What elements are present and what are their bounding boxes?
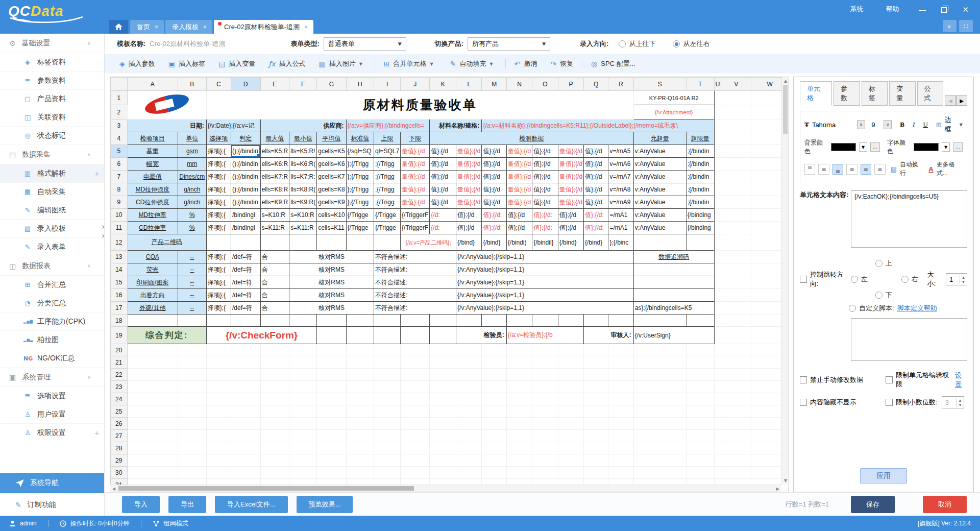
sheet-cell-N6[interactable]: 量值};{/d [506,158,532,171]
jump-direction-checkbox[interactable] [800,276,807,283]
sheet-cell-D23[interactable] [231,381,260,393]
sheet-cell-R26[interactable] [608,418,633,430]
column-header-M[interactable]: M [482,78,506,91]
chevron-up-icon[interactable]: ∧ [87,263,91,269]
sheet-cell-T23[interactable] [686,381,714,393]
sheet-cell-H30[interactable] [346,467,374,479]
column-header-O[interactable]: O [532,78,558,91]
sheet-cell-R9[interactable]: v=/mA9 [608,196,633,209]
sheet-cell-N9[interactable]: 量值};{/d [506,196,532,209]
sheet-cell-R6[interactable]: v=/mA6 [608,158,633,171]
sheet-cell-J12[interactable]: {/a:v=产品二维码}; [401,234,456,251]
decimal-stepper[interactable]: 3▲▼ [942,396,964,408]
sheet-cell-K18[interactable] [430,315,456,327]
toolbar-button-自动填充[interactable]: ✎自动填充▼ [444,54,503,74]
sheet-cell-C25[interactable] [206,405,231,418]
sheet-cell-M9[interactable]: 值};{/d [482,196,506,209]
sheet-cell-S18[interactable] [633,315,686,327]
toolbar-button-合并单元格[interactable]: ⊞合并单元格▼ [377,54,444,74]
sheet-cell-B28[interactable] [178,442,206,454]
sheet-cell-S27[interactable] [633,430,686,442]
sheet-cell-U21[interactable] [714,356,721,369]
sheet-cell-P18[interactable] [558,315,583,327]
sheet-cell-K11[interactable]: {/d: [430,222,456,234]
sheet-cell-N8[interactable]: 量值};{/d [506,183,532,196]
sheet-cell-Q7[interactable]: 值};{/d [584,171,608,183]
align-right-button[interactable]: ≡ [874,164,885,175]
sheet-cell-J25[interactable] [401,405,430,418]
sheet-cell-J5[interactable]: 量值};{/d [401,145,430,158]
sheet-cell-H25[interactable] [346,405,374,418]
sheet-cell-Q25[interactable] [584,405,608,418]
sheet-cell-E16[interactable]: 合 [260,289,289,302]
sheet-cell-C1[interactable]: 原材料质量验收单 [206,91,633,119]
sheet-cell-C29[interactable] [206,454,231,467]
sheet-cell-S24[interactable] [633,393,686,405]
form-type-select[interactable]: 普通表单 ▼ [324,37,406,51]
sheet-cell-E30[interactable] [260,467,289,479]
sheet-cell-U11[interactable] [714,222,721,234]
tab-录入模板[interactable]: 录入模板× [165,20,212,34]
sheet-cell-T7[interactable]: ;{/bindin [686,171,714,183]
sheet-cell-V24[interactable] [721,393,751,405]
sheet-cell-K9[interactable]: 值};{/d [430,196,456,209]
sheet-cell-B11[interactable]: % [178,222,206,234]
sheet-cell-L5[interactable]: 量值};{/d [456,145,482,158]
sheet-cell-A9[interactable]: CD拉伸强度 [127,196,178,209]
sheet-cell-I10[interactable]: {/Trigge [374,209,401,222]
sheet-cell-C22[interactable] [206,369,231,381]
sheet-cell-R28[interactable] [608,442,633,454]
cancel-button[interactable]: 取消 [923,496,967,513]
sheet-cell-M26[interactable] [482,418,506,430]
sheet-cell-T20[interactable] [686,344,714,356]
sheet-cell-I19[interactable] [374,327,401,344]
close-icon[interactable]: ✕ [962,6,969,13]
sheet-cell-O26[interactable] [532,418,558,430]
sheet-cell-A28[interactable] [127,442,178,454]
sheet-cell-N22[interactable] [506,369,532,381]
sheet-cell-N11[interactable]: 值};{/d [506,222,532,234]
sheet-cell-H9[interactable]: };{/Trigg [346,196,374,209]
minimize-icon[interactable] [919,7,926,11]
sheet-cell-T27[interactable] [686,430,714,442]
radio-custom-script[interactable]: 自定义脚本: [849,304,894,313]
sheet-cell-J9[interactable]: 量值};{/d [401,196,430,209]
column-header-G[interactable]: G [317,78,346,91]
sheet-cell-U29[interactable] [714,454,721,467]
sheet-cell-J19[interactable] [401,327,430,344]
sheet-cell-J18[interactable] [401,315,430,327]
sheet-cell-M7[interactable]: 值};{/d [482,171,506,183]
sheet-cell-T6[interactable]: ;{/bindin [686,158,714,171]
sheet-cell-O22[interactable] [532,369,558,381]
sheet-cell-P12[interactable]: {/bind} [558,234,583,251]
sheet-cell-P24[interactable] [558,393,583,405]
sheet-cell-N28[interactable] [506,442,532,454]
sheet-cell-B13[interactable]: -- [178,251,206,263]
sheet-cell-Q26[interactable] [584,418,608,430]
sheet-cell-I8[interactable]: ;{/Trigg [374,183,401,196]
sheet-cell-R8[interactable]: v=/mA8 [608,183,633,196]
sheet-cell-B24[interactable] [178,393,206,405]
jump-size-stepper[interactable]: 1 ▲▼ [946,273,967,285]
sheet-cell-E3[interactable]: 供应商: [260,119,346,132]
sheet-cell-L28[interactable] [456,442,482,454]
sheet-cell-C24[interactable] [206,393,231,405]
sheet-cell-E15[interactable]: 合 [260,276,289,289]
chevron-up-icon[interactable]: ∧ [87,374,91,380]
sheet-cell-K6[interactable]: 值};{/d [430,158,456,171]
sheet-cell-U27[interactable] [714,430,721,442]
sheet-cell-I14[interactable]: 不符合描述: [374,263,456,276]
sheet-cell-G20[interactable] [317,344,346,356]
sheet-cell-R5[interactable]: v=/mA5 [608,145,633,158]
sheet-cell-F17[interactable]: 核对RMS [289,302,374,315]
sheet-cell-U23[interactable] [714,381,721,393]
sheet-cell-K5[interactable]: 值};{/d [430,145,456,158]
sheet-cell-V2[interactable] [721,105,751,119]
sheet-cell-I24[interactable] [374,393,401,405]
sheet-cell-G26[interactable] [317,418,346,430]
column-header-T[interactable]: T [686,78,714,91]
row-header-2[interactable]: 2 [111,105,128,119]
column-header-C[interactable]: C [206,78,231,91]
sheet-cell-C10[interactable]: 择项};{ [206,209,231,222]
sheet-cell-D27[interactable] [231,430,260,442]
